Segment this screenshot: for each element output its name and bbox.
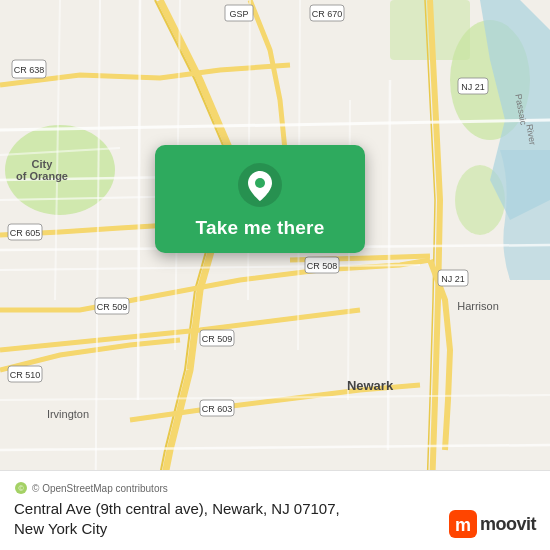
svg-text:CR 510: CR 510	[10, 370, 41, 380]
map-container: CR 638 GSP CR 670 NJ 21 CR 605 CR 509 CR…	[0, 0, 550, 550]
moovit-logo-text: moovit	[480, 514, 536, 535]
osm-icon: ©	[14, 481, 28, 495]
attribution-label: © OpenStreetMap contributors	[32, 483, 168, 494]
svg-text:CR 508: CR 508	[307, 261, 338, 271]
moovit-m-icon: m	[449, 510, 477, 538]
svg-text:CR 509: CR 509	[97, 302, 128, 312]
svg-text:CR 605: CR 605	[10, 228, 41, 238]
moovit-logo: m moovit	[449, 510, 536, 538]
svg-point-39	[255, 178, 265, 188]
svg-text:m: m	[455, 515, 471, 535]
take-me-button[interactable]: Take me there	[196, 217, 325, 239]
svg-text:City: City	[32, 158, 54, 170]
attribution-text: © © OpenStreetMap contributors	[14, 481, 536, 495]
svg-text:CR 509: CR 509	[202, 334, 233, 344]
svg-text:Irvington: Irvington	[47, 408, 89, 420]
svg-text:CR 603: CR 603	[202, 404, 233, 414]
svg-text:NJ 21: NJ 21	[441, 274, 465, 284]
map-background: CR 638 GSP CR 670 NJ 21 CR 605 CR 509 CR…	[0, 0, 550, 550]
svg-text:of Orange: of Orange	[16, 170, 68, 182]
svg-text:NJ 21: NJ 21	[461, 82, 485, 92]
take-me-card: Take me there	[155, 145, 365, 253]
svg-text:CR 638: CR 638	[14, 65, 45, 75]
svg-text:Harrison: Harrison	[457, 300, 499, 312]
svg-text:GSP: GSP	[229, 9, 248, 19]
svg-text:©: ©	[18, 485, 24, 492]
svg-text:Newark: Newark	[347, 378, 394, 393]
svg-text:CR 670: CR 670	[312, 9, 343, 19]
location-pin-icon	[238, 163, 282, 207]
bottom-bar: © © OpenStreetMap contributors Central A…	[0, 470, 550, 550]
